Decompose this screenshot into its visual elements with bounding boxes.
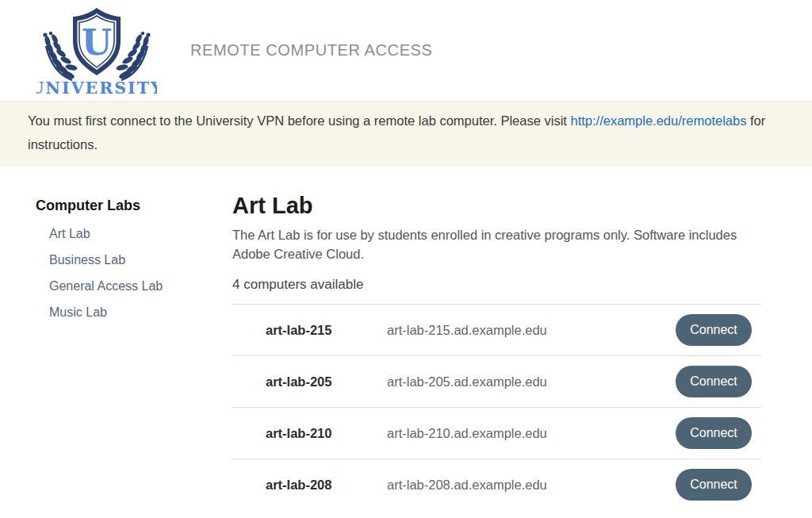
sidebar-heading: Computer Labs	[36, 198, 232, 214]
page-title: REMOTE COMPUTER ACCESS	[190, 41, 432, 59]
computer-row: art-lab-205 art-lab-205.ad.example.edu C…	[232, 355, 761, 407]
main-panel: Art Lab The Art Lab is for use by studen…	[232, 198, 761, 510]
sidebar-lab-link[interactable]: Business Lab	[49, 253, 125, 267]
computer-host: art-lab-215.ad.example.edu	[387, 323, 676, 338]
lab-description: The Art Lab is for use by students enrol…	[232, 225, 761, 263]
computer-host: art-lab-205.ad.example.edu	[387, 374, 676, 389]
computer-name: art-lab-210	[266, 426, 387, 441]
connect-button[interactable]: Connect	[676, 469, 752, 501]
university-shield-laurel-icon: U UNIVERSITY	[36, 6, 157, 97]
computer-row: art-lab-208 art-lab-208.ad.example.edu C…	[232, 459, 761, 510]
laurel-left-icon	[43, 31, 78, 79]
lab-nav-list: Art Lab Business Lab General Access Lab …	[36, 227, 232, 320]
content-area: Computer Labs Art Lab Business Lab Gener…	[0, 166, 812, 510]
connect-button[interactable]: Connect	[676, 314, 752, 346]
shield-icon: U	[73, 8, 121, 75]
logo-brand-text: UNIVERSITY	[36, 79, 157, 97]
banner-text-before: You must first connect to the University…	[28, 113, 570, 128]
sidebar: Computer Labs Art Lab Business Lab Gener…	[36, 198, 232, 510]
computer-row: art-lab-210 art-lab-210.ad.example.edu C…	[232, 407, 761, 459]
connect-button[interactable]: Connect	[676, 417, 752, 449]
computer-host: art-lab-210.ad.example.edu	[387, 426, 676, 441]
computer-host: art-lab-208.ad.example.edu	[387, 478, 676, 493]
availability-count: 4 computers available	[232, 277, 761, 293]
connect-button[interactable]: Connect	[676, 366, 752, 397]
computer-name: art-lab-205	[266, 374, 387, 389]
computer-row: art-lab-215 art-lab-215.ad.example.edu C…	[232, 304, 761, 355]
computer-name: art-lab-208	[266, 478, 387, 493]
vpn-notice-banner: You must first connect to the University…	[0, 101, 812, 166]
remotelabs-link[interactable]: http://example.edu/remotelabs	[570, 113, 746, 128]
sidebar-lab-link[interactable]: General Access Lab	[49, 279, 163, 293]
lab-title: Art Lab	[232, 193, 761, 218]
computer-name: art-lab-215	[266, 323, 387, 338]
sidebar-lab-link[interactable]: Music Lab	[49, 305, 107, 319]
computer-list: art-lab-215 art-lab-215.ad.example.edu C…	[232, 304, 761, 510]
page-header: U UNIVERSITY REMOTE COMPUTER ACCESS	[0, 0, 812, 101]
logo-letter: U	[82, 22, 112, 63]
sidebar-lab-link[interactable]: Art Lab	[49, 227, 90, 240]
university-logo: U UNIVERSITY	[36, 6, 157, 97]
laurel-right-icon	[116, 31, 151, 79]
